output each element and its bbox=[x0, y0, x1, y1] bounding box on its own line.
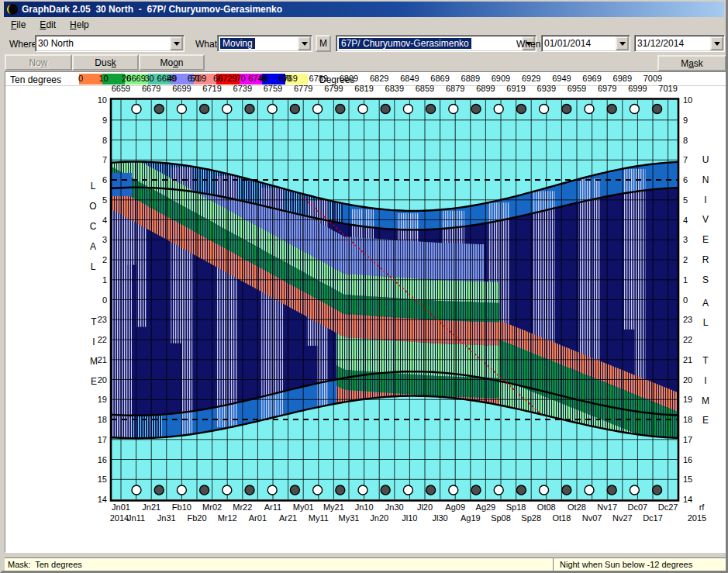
svg-text:6719: 6719 bbox=[202, 84, 221, 93]
chevron-down-icon bbox=[302, 42, 308, 46]
svg-text:8: 8 bbox=[102, 136, 107, 145]
svg-text:Jn21: Jn21 bbox=[142, 502, 160, 512]
menu-file[interactable]: File bbox=[4, 18, 33, 32]
svg-text:21: 21 bbox=[683, 355, 692, 364]
svg-text:0: 0 bbox=[683, 295, 688, 305]
svg-text:Dc17: Dc17 bbox=[643, 513, 663, 523]
svg-text:C: C bbox=[90, 221, 97, 232]
object-combo[interactable]: 67P/ Churyumov-Gerasimenko bbox=[336, 35, 537, 52]
svg-text:6919: 6919 bbox=[506, 84, 525, 93]
svg-text:I: I bbox=[704, 375, 706, 386]
grid bbox=[112, 100, 678, 499]
svg-text:6709: 6709 bbox=[188, 74, 206, 83]
svg-text:4: 4 bbox=[102, 216, 107, 225]
left-axis-title: LOCALTIME bbox=[89, 181, 98, 387]
svg-text:6969: 6969 bbox=[582, 74, 601, 83]
svg-text:Nv07: Nv07 bbox=[582, 513, 602, 523]
svg-text:6689: 6689 bbox=[157, 74, 176, 83]
svg-text:6: 6 bbox=[102, 175, 107, 185]
svg-text:6869: 6869 bbox=[430, 74, 449, 83]
svg-text:Fb10: Fb10 bbox=[172, 502, 191, 512]
svg-text:9: 9 bbox=[102, 116, 107, 125]
svg-text:8: 8 bbox=[683, 136, 688, 145]
svg-text:My11: My11 bbox=[309, 513, 329, 523]
svg-text:Sp28: Sp28 bbox=[521, 513, 541, 523]
date-to-combo[interactable]: 31/12/2014 bbox=[634, 35, 725, 52]
menu-edit[interactable]: Edit bbox=[33, 18, 63, 32]
what-dropdown-button[interactable] bbox=[298, 36, 311, 50]
svg-text:14: 14 bbox=[98, 495, 107, 504]
what-combo[interactable]: Moving bbox=[217, 35, 312, 52]
svg-text:15: 15 bbox=[98, 475, 107, 484]
svg-text:Jn30: Jn30 bbox=[385, 502, 404, 512]
svg-text:6699: 6699 bbox=[172, 84, 191, 93]
status-night-definition: Night when Sun below -12 degrees bbox=[555, 558, 728, 572]
svg-text:7009: 7009 bbox=[643, 74, 662, 83]
svg-text:Mr12: Mr12 bbox=[218, 513, 237, 523]
svg-text:6889: 6889 bbox=[461, 74, 480, 83]
now-button[interactable]: Now bbox=[5, 54, 72, 71]
menu-bar: File Edit Help bbox=[4, 17, 724, 33]
svg-text:6669: 6669 bbox=[126, 74, 145, 83]
m-button[interactable]: M bbox=[316, 35, 331, 52]
svg-text:6779: 6779 bbox=[294, 84, 312, 93]
svg-text:20: 20 bbox=[683, 375, 692, 385]
svg-text:6899: 6899 bbox=[476, 84, 495, 93]
where-combo[interactable]: 30 North bbox=[35, 35, 185, 52]
svg-text:3: 3 bbox=[683, 235, 688, 244]
svg-text:rf: rf bbox=[699, 502, 706, 512]
menu-help[interactable]: Help bbox=[63, 18, 96, 32]
svg-text:S: S bbox=[702, 274, 709, 285]
svg-text:L: L bbox=[91, 261, 96, 272]
svg-text:6909: 6909 bbox=[492, 74, 510, 83]
dusk-button[interactable]: Dusk bbox=[72, 54, 139, 71]
svg-text:4: 4 bbox=[683, 216, 688, 225]
when-label: When bbox=[516, 39, 540, 50]
moon-button[interactable]: Moon bbox=[139, 54, 205, 71]
svg-text:6879: 6879 bbox=[446, 84, 464, 93]
svg-text:Ag29: Ag29 bbox=[476, 502, 496, 512]
svg-text:15: 15 bbox=[683, 475, 692, 484]
window-title: GraphDark 2.05 30 North - 67P/ Churyumov… bbox=[22, 4, 282, 15]
chevron-down-icon bbox=[619, 42, 626, 46]
what-value: Moving bbox=[220, 38, 255, 49]
svg-text:E: E bbox=[91, 376, 97, 387]
chevron-down-icon bbox=[714, 42, 720, 46]
svg-text:6809: 6809 bbox=[340, 74, 358, 83]
where-label: Where bbox=[9, 39, 36, 50]
where-dropdown-button[interactable] bbox=[170, 36, 183, 50]
svg-text:L: L bbox=[91, 181, 96, 192]
date-from-dropdown-button[interactable] bbox=[616, 36, 629, 50]
svg-text:My21: My21 bbox=[323, 502, 344, 512]
date-from-combo[interactable]: 01/01/2014 bbox=[541, 35, 630, 52]
svg-text:14: 14 bbox=[683, 495, 692, 504]
svg-text:My01: My01 bbox=[293, 502, 314, 512]
svg-text:I: I bbox=[704, 195, 706, 205]
svg-text:E: E bbox=[702, 415, 709, 426]
svg-text:T: T bbox=[91, 316, 97, 327]
svg-text:6819: 6819 bbox=[354, 84, 373, 93]
svg-text:9: 9 bbox=[683, 116, 688, 125]
svg-text:19: 19 bbox=[683, 395, 692, 404]
date-to-dropdown-button[interactable] bbox=[710, 36, 723, 50]
svg-text:10: 10 bbox=[683, 95, 692, 105]
top-axis-labels: 6659666966796689669967096719672967396749… bbox=[112, 74, 678, 93]
svg-text:3: 3 bbox=[102, 235, 107, 244]
svg-text:O: O bbox=[89, 201, 96, 212]
svg-text:Dc07: Dc07 bbox=[628, 502, 648, 512]
svg-text:17: 17 bbox=[683, 435, 692, 444]
svg-text:6959: 6959 bbox=[568, 84, 586, 93]
svg-text:6859: 6859 bbox=[416, 84, 434, 93]
svg-text:6949: 6949 bbox=[552, 74, 571, 83]
content-panel: Ten degrees 0102030405060708090 Degrees … bbox=[5, 71, 728, 553]
svg-text:5: 5 bbox=[102, 195, 107, 205]
svg-text:R: R bbox=[702, 254, 709, 265]
svg-text:20: 20 bbox=[98, 375, 107, 385]
mask-button[interactable]: Mask bbox=[657, 55, 726, 71]
svg-text:6989: 6989 bbox=[613, 74, 632, 83]
svg-text:10: 10 bbox=[98, 95, 107, 105]
svg-text:M: M bbox=[90, 356, 98, 367]
svg-text:I: I bbox=[92, 337, 95, 347]
svg-text:Ar21: Ar21 bbox=[279, 513, 297, 523]
svg-text:19: 19 bbox=[98, 395, 107, 404]
